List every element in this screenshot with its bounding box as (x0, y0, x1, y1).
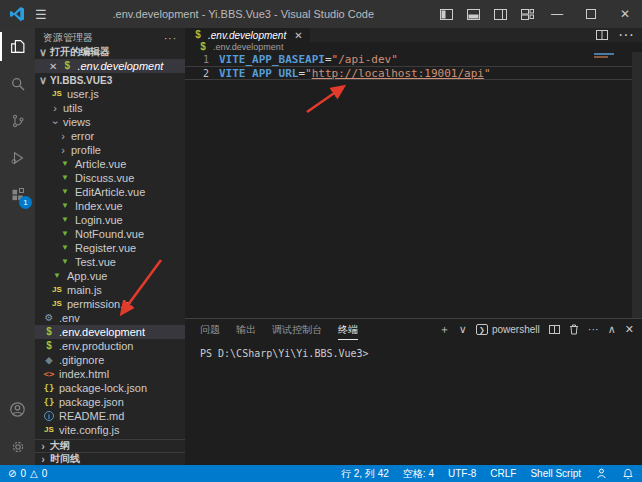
maximize-button[interactable] (574, 0, 608, 28)
extensions-badge: 1 (19, 196, 32, 209)
feedback-icon[interactable] (595, 467, 608, 480)
open-editors-section[interactable]: ∨ 打开的编辑器 (35, 45, 185, 59)
tree-item-index.html[interactable]: <>index.html (35, 367, 185, 381)
close-tab-icon[interactable]: ✕ (294, 30, 302, 41)
close-panel-icon[interactable]: ✕ (625, 324, 634, 335)
language-mode[interactable]: Shell Script (530, 468, 581, 479)
tree-item-App.vue[interactable]: ▼App.vue (35, 269, 185, 283)
search-icon[interactable] (0, 65, 35, 102)
tree-item-error[interactable]: ›error (35, 129, 185, 143)
extensions-icon[interactable]: 1 (0, 176, 35, 213)
tree-item-Discuss.vue[interactable]: ▼Discuss.vue (35, 171, 185, 185)
tree-item-Register.vue[interactable]: ▼Register.vue (35, 241, 185, 255)
sidebar-more-icon[interactable]: ··· (164, 33, 177, 44)
maximize-panel-icon[interactable]: ∧ (608, 324, 616, 335)
tree-item-user.js[interactable]: JSuser.js (35, 87, 185, 101)
folder-expanded-icon: › (50, 118, 61, 126)
file-label: error (71, 130, 94, 142)
tab-terminal[interactable]: 终端 (338, 320, 358, 340)
cursor-position[interactable]: 行 2, 列 42 (341, 467, 389, 481)
tree-item-Test.vue[interactable]: ▼Test.vue (35, 255, 185, 269)
shell-selector[interactable]: ❯ powershell (476, 324, 540, 335)
bottom-panel: 问题 输出 调试控制台 终端 ＋ ∨ ❯ powershell (185, 318, 642, 465)
tree-item-EditArticle.vue[interactable]: ▼EditArticle.vue (35, 185, 185, 199)
tree-item-Login.vue[interactable]: ▼Login.vue (35, 213, 185, 227)
tab-output[interactable]: 输出 (236, 320, 256, 339)
file-label: .env (59, 312, 80, 324)
panel-more-icon[interactable]: ··· (588, 324, 599, 335)
scrollbar[interactable] (632, 52, 642, 318)
tree-item-README.md[interactable]: iREADME.md (35, 409, 185, 423)
tree-item-Article.vue[interactable]: ▼Article.vue (35, 157, 185, 171)
encoding[interactable]: UTF-8 (448, 468, 476, 479)
accounts-icon[interactable] (0, 391, 35, 428)
customize-layout-icon[interactable] (521, 9, 534, 20)
env-icon: $ (43, 340, 55, 352)
explorer-icon[interactable] (0, 28, 35, 65)
split-editor-icon[interactable] (596, 30, 608, 40)
code-line-1: 1 VITE_APP_BASEAPI="/api-dev" (185, 52, 642, 66)
tree-item-main.js[interactable]: JSmain.js (35, 283, 185, 297)
tree-item-permission.js[interactable]: JSpermission.js (35, 297, 185, 311)
sidebar-title: 资源管理器 (43, 31, 93, 45)
code-editor[interactable]: 1 VITE_APP_BASEAPI="/api-dev" 2 VITE_APP… (185, 52, 642, 318)
run-debug-icon[interactable] (0, 139, 35, 176)
vue-icon: ▼ (59, 214, 71, 226)
tab-debug-console[interactable]: 调试控制台 (272, 320, 322, 339)
tree-item-package.json[interactable]: {}package.json (35, 395, 185, 409)
minimize-button[interactable]: — (540, 0, 574, 28)
outline-section[interactable]: › 大纲 (35, 439, 185, 452)
tree-item-package-lock.json[interactable]: {}package-lock.json (35, 381, 185, 395)
tab-env-development[interactable]: $ .env.development ✕ (185, 28, 310, 42)
terminal-dropdown-icon[interactable]: ∨ (459, 324, 467, 335)
tree-item-vite.config.js[interactable]: JSvite.config.js (35, 423, 185, 437)
activity-bar: 1 (0, 28, 35, 465)
file-label: Test.vue (75, 256, 116, 268)
terminal[interactable]: PS D:\CSharp\Yi\Yi.BBS.Vue3> (185, 340, 642, 465)
settings-gear-icon[interactable] (0, 428, 35, 465)
notifications-bell-icon[interactable] (622, 467, 634, 480)
eol-sequence[interactable]: CRLF (490, 468, 516, 479)
status-bar: ⊘ 0 △ 0 行 2, 列 42 空格: 4 UTF-8 CRLF Shell… (0, 465, 642, 482)
indentation[interactable]: 空格: 4 (403, 467, 434, 481)
tree-item-.gitignore[interactable]: ◆.gitignore (35, 353, 185, 367)
tree-item-.env.production[interactable]: $.env.production (35, 339, 185, 353)
tree-item-Index.vue[interactable]: ▼Index.vue (35, 199, 185, 213)
tab-problems[interactable]: 问题 (200, 320, 220, 339)
vscode-window: ☰ .env.development - Yi.BBS.Vue3 - Visua… (0, 0, 642, 482)
tree-item-views[interactable]: ›views (35, 115, 185, 129)
menu-icon[interactable]: ☰ (35, 7, 47, 22)
kill-terminal-icon[interactable] (569, 324, 579, 335)
code-line-2: 2 VITE_APP_URL="http://localhost:19001/a… (185, 66, 642, 80)
toggle-secondary-sidebar-icon[interactable] (494, 9, 507, 20)
vue-icon: ▼ (59, 242, 71, 254)
close-button[interactable]: ✕ (608, 0, 642, 28)
vue-icon: ▼ (51, 270, 63, 282)
source-control-icon[interactable] (0, 102, 35, 139)
url-link[interactable]: http://localhost:19001/api (312, 67, 484, 80)
md-icon: i (43, 410, 55, 422)
new-terminal-icon[interactable]: ＋ (439, 324, 450, 335)
breadcrumb[interactable]: $ .env.development (185, 42, 642, 52)
tree-item-utils[interactable]: ›utils (35, 101, 185, 115)
open-editor-item[interactable]: ✕ $ .env.development (35, 59, 185, 73)
folder-collapsed-icon: › (59, 145, 67, 156)
project-section[interactable]: ∨ YI.BBS.VUE3 (35, 73, 185, 87)
split-terminal-icon[interactable] (549, 325, 560, 334)
problems-status[interactable]: ⊘ 0 △ 0 (8, 468, 47, 479)
toggle-panel-icon[interactable] (467, 9, 480, 20)
window-title: .env.development - Yi.BBS.Vue3 - Visual … (47, 8, 440, 20)
file-label: vite.config.js (59, 424, 120, 436)
tree-item-.env[interactable]: ⚙.env (35, 311, 185, 325)
file-label: main.js (67, 284, 102, 296)
toggle-sidebar-icon[interactable] (440, 9, 453, 20)
json-icon: {} (43, 396, 55, 408)
tree-item-.env.development[interactable]: $.env.development (35, 325, 185, 339)
minimap (594, 56, 608, 58)
tree-item-NotFound.vue[interactable]: ▼NotFound.vue (35, 227, 185, 241)
js-icon: JS (51, 284, 63, 296)
timeline-section[interactable]: › 时间线 (35, 452, 185, 465)
file-label: package.json (59, 396, 124, 408)
tree-item-profile[interactable]: ›profile (35, 143, 185, 157)
close-editor-icon[interactable]: ✕ (49, 61, 57, 72)
